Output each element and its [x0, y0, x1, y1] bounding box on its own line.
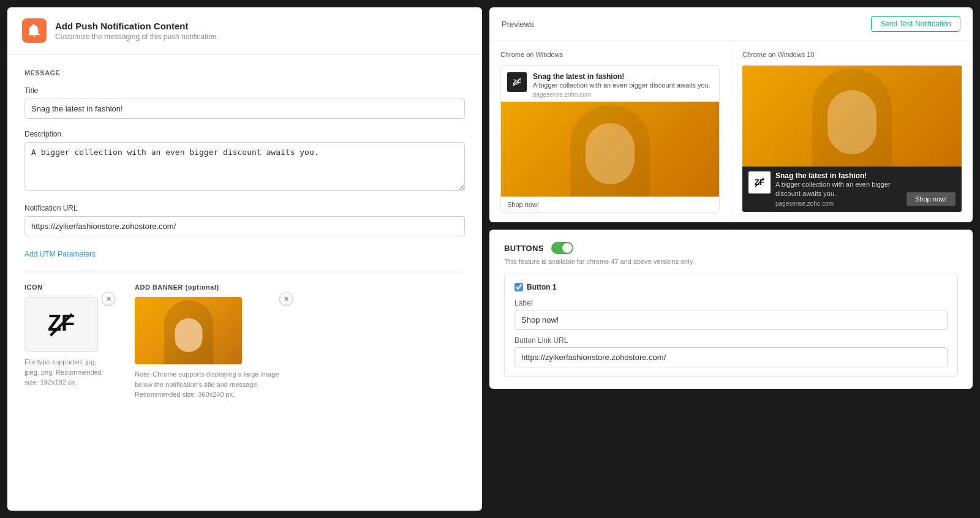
bell-icon — [28, 24, 41, 37]
send-test-notification-button[interactable]: Send Test Notification — [871, 16, 960, 32]
chrome-windows10-shop-now-button[interactable]: Shop now! — [907, 192, 956, 206]
panel-header: Add Push Notification Content Customize … — [7, 7, 482, 54]
buttons-hint: This feature is available for chrome 47 … — [504, 258, 958, 265]
zf-logo-svg: ZF — [40, 308, 83, 342]
chrome-windows-notif-text: Snag the latest in fashion! A bigger col… — [533, 72, 713, 98]
notif-win10-zf-icon: ZF — [752, 176, 767, 189]
banner-upload-hint: Note: Chrome supports displaying a large… — [135, 369, 288, 400]
banner-preview — [135, 297, 242, 364]
chrome-windows10-notif-icon: ZF — [748, 171, 771, 193]
chrome-windows10-notif-bottom: ZF Snag the latest in fashion! A bigger … — [742, 167, 962, 212]
previews-card: Previews Send Test Notification Chrome o… — [489, 7, 973, 222]
panel-body: MESSAGE Title Description Notification U… — [7, 54, 482, 415]
button1-header: Button 1 — [514, 283, 948, 291]
icon-banner-row: ICON ZF ✕ File type supported: jpg, jpeg… — [24, 283, 465, 400]
chrome-windows-preview: Chrome on Windows ZF Snag the latest in … — [489, 41, 731, 222]
title-input[interactable] — [24, 99, 465, 119]
chrome-windows10-label: Chrome on Windows 10 — [742, 51, 962, 58]
chrome-windows-notif-top: ZF Snag the latest in fashion! A bigger … — [501, 66, 719, 102]
icon-upload-preview: ZF ✕ — [24, 297, 110, 352]
chrome-windows-banner-img — [501, 102, 719, 197]
button1-label: Button 1 — [527, 283, 557, 291]
buttons-header: BUTTONS — [504, 242, 958, 254]
chrome-windows10-notif-desc: A bigger collection with an even bigger … — [775, 180, 902, 199]
button1-link-input[interactable] — [514, 347, 948, 367]
chrome-windows10-notif-url: pagesense.zoho.com — [775, 200, 902, 207]
banner-upload-preview: ✕ — [135, 297, 288, 364]
icon-preview: ZF — [24, 297, 98, 352]
notif-zf-icon: ZF — [510, 77, 524, 88]
button1-label-input[interactable] — [514, 310, 948, 330]
chrome-windows-notification: ZF Snag the latest in fashion! A bigger … — [500, 66, 720, 212]
message-section-label: MESSAGE — [24, 69, 465, 77]
notification-icon — [22, 18, 47, 43]
chrome-windows10-notif-text: Snag the latest in fashion! A bigger col… — [775, 171, 902, 207]
chrome-windows-notif-icon: ZF — [507, 72, 527, 92]
button1-checkbox[interactable] — [514, 283, 523, 291]
description-label: Description — [24, 130, 465, 138]
url-field-group: Notification URL — [24, 204, 465, 236]
url-label: Notification URL — [24, 204, 465, 212]
chrome-windows10-banner-img — [742, 66, 962, 167]
icon-section-label: ICON — [24, 283, 110, 291]
remove-banner-button[interactable]: ✕ — [279, 292, 293, 306]
notification-url-input[interactable] — [24, 216, 465, 236]
banner-section-label: ADD BANNER (optional) — [135, 283, 288, 291]
panel-subtitle: Customize the messaging of this push not… — [55, 32, 219, 41]
description-field-group: Description — [24, 130, 465, 193]
left-panel: Add Push Notification Content Customize … — [7, 7, 482, 511]
add-utm-button[interactable]: Add UTM Parameters — [24, 250, 96, 258]
chrome-windows-shop-now: Shop now! — [501, 197, 719, 212]
icon-upload-hint: File type supported: jpg, jpeg, png. Rec… — [24, 357, 110, 388]
previews-body: Chrome on Windows ZF Snag the latest in … — [489, 41, 973, 222]
chrome-windows10-notif-title: Snag the latest in fashion! — [775, 171, 902, 180]
panel-header-text: Add Push Notification Content Customize … — [55, 21, 219, 41]
chrome-windows-notif-title: Snag the latest in fashion! — [533, 72, 713, 81]
title-label: Title — [24, 86, 465, 95]
title-field-group: Title — [24, 86, 465, 119]
banner-section: ADD BANNER (optional) ✕ Note: Chrome sup… — [135, 283, 288, 400]
right-panel: Previews Send Test Notification Chrome o… — [489, 7, 973, 511]
previews-header: Previews Send Test Notification — [489, 7, 973, 41]
chrome-windows10-preview: Chrome on Windows 10 ZF — [731, 41, 973, 222]
panel-title: Add Push Notification Content — [55, 21, 219, 31]
chrome-windows-notif-url: pagesense.zoho.com — [533, 91, 713, 98]
remove-icon-button[interactable]: ✕ — [102, 292, 115, 306]
previews-title: Previews — [502, 20, 534, 29]
chrome-windows-notif-desc: A bigger collection with an even bigger … — [533, 81, 713, 90]
buttons-toggle[interactable] — [551, 242, 573, 254]
icon-section: ICON ZF ✕ File type supported: jpg, jpeg… — [24, 283, 110, 400]
chrome-windows10-notification: ZF Snag the latest in fashion! A bigger … — [742, 66, 962, 212]
button1-link-field-label: Button Link URL — [514, 336, 948, 345]
buttons-card: BUTTONS This feature is available for ch… — [489, 230, 973, 389]
button1-label-field-label: Label — [514, 299, 948, 307]
buttons-title: BUTTONS — [504, 244, 544, 253]
chrome-windows-label: Chrome on Windows — [500, 51, 720, 58]
button1-config: Button 1 Label Button Link URL — [504, 274, 958, 377]
divider — [24, 271, 465, 271]
description-input[interactable] — [24, 142, 465, 191]
